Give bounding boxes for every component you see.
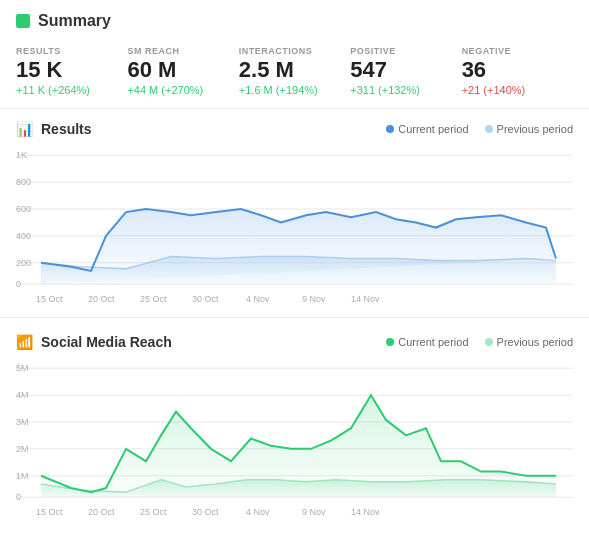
- svg-text:5M: 5M: [16, 363, 28, 373]
- svg-text:25 Oct: 25 Oct: [140, 294, 167, 304]
- section-divider: [0, 317, 589, 318]
- results-chart-legend: Current period Previous period: [386, 123, 573, 135]
- social-legend-current: Current period: [386, 336, 468, 348]
- svg-text:30 Oct: 30 Oct: [192, 294, 219, 304]
- social-chart-header: 📶 Social Media Reach Current period Prev…: [16, 334, 573, 350]
- results-chart-canvas: 1K 800 600 400 200 0: [16, 145, 573, 305]
- summary-icon: [16, 14, 30, 28]
- results-chart-icon: 📊: [16, 121, 33, 137]
- results-previous-label: Previous period: [497, 123, 573, 135]
- stat-value: 36: [462, 58, 573, 82]
- results-chart-title: Results: [41, 121, 92, 137]
- social-chart-icon: 📶: [16, 334, 33, 350]
- stat-item: RESULTS15 K+11 K (+264%): [16, 46, 127, 96]
- svg-text:0: 0: [16, 280, 21, 290]
- svg-marker-34: [41, 395, 556, 497]
- stat-change: +11 K (+264%): [16, 84, 127, 96]
- stat-change: +1.6 M (+194%): [239, 84, 350, 96]
- stat-change: +311 (+132%): [350, 84, 461, 96]
- stat-value: 547: [350, 58, 461, 82]
- stat-item: SM REACH60 M+44 M (+270%): [127, 46, 238, 96]
- svg-text:400: 400: [16, 231, 31, 241]
- stat-item: INTERACTIONS2.5 M+1.6 M (+194%): [239, 46, 350, 96]
- svg-text:15 Oct: 15 Oct: [36, 294, 63, 304]
- svg-text:25 Oct: 25 Oct: [140, 507, 167, 517]
- social-current-label: Current period: [398, 336, 468, 348]
- summary-header: Summary: [0, 0, 589, 38]
- svg-text:9 Nov: 9 Nov: [302, 294, 326, 304]
- stat-value: 2.5 M: [239, 58, 350, 82]
- svg-text:200: 200: [16, 258, 31, 268]
- social-previous-dot: [485, 338, 493, 346]
- svg-text:30 Oct: 30 Oct: [192, 507, 219, 517]
- stat-label: POSITIVE: [350, 46, 461, 56]
- svg-text:9 Nov: 9 Nov: [302, 507, 326, 517]
- stat-value: 60 M: [127, 58, 238, 82]
- results-title-group: 📊 Results: [16, 121, 92, 137]
- summary-title: Summary: [38, 12, 111, 30]
- results-legend-previous: Previous period: [485, 123, 573, 135]
- stat-item: POSITIVE547+311 (+132%): [350, 46, 461, 96]
- social-svg: 5M 4M 3M 2M 1M 0: [16, 358, 573, 518]
- results-previous-dot: [485, 125, 493, 133]
- svg-text:2M: 2M: [16, 444, 28, 454]
- stat-value: 15 K: [16, 58, 127, 82]
- results-legend-current: Current period: [386, 123, 468, 135]
- svg-text:4 Nov: 4 Nov: [246, 294, 270, 304]
- stat-label: INTERACTIONS: [239, 46, 350, 56]
- social-title-group: 📶 Social Media Reach: [16, 334, 172, 350]
- social-chart-legend: Current period Previous period: [386, 336, 573, 348]
- social-current-dot: [386, 338, 394, 346]
- results-chart-section: 📊 Results Current period Previous period…: [0, 109, 589, 313]
- social-previous-label: Previous period: [497, 336, 573, 348]
- stat-change: +21 (+140%): [462, 84, 573, 96]
- results-chart-header: 📊 Results Current period Previous period: [16, 121, 573, 137]
- results-current-label: Current period: [398, 123, 468, 135]
- svg-text:0: 0: [16, 493, 21, 503]
- stat-label: SM REACH: [127, 46, 238, 56]
- svg-text:800: 800: [16, 177, 31, 187]
- svg-text:4M: 4M: [16, 390, 28, 400]
- stat-change: +44 M (+270%): [127, 84, 238, 96]
- svg-text:20 Oct: 20 Oct: [88, 507, 115, 517]
- svg-text:4 Nov: 4 Nov: [246, 507, 270, 517]
- social-chart-title: Social Media Reach: [41, 334, 172, 350]
- svg-text:15 Oct: 15 Oct: [36, 507, 63, 517]
- results-svg: 1K 800 600 400 200 0: [16, 145, 573, 305]
- stat-label: NEGATIVE: [462, 46, 573, 56]
- social-chart-section: 📶 Social Media Reach Current period Prev…: [0, 322, 589, 526]
- stats-row: RESULTS15 K+11 K (+264%)SM REACH60 M+44 …: [0, 38, 589, 109]
- svg-text:1M: 1M: [16, 471, 28, 481]
- svg-text:14 Nov: 14 Nov: [351, 507, 380, 517]
- svg-text:20 Oct: 20 Oct: [88, 294, 115, 304]
- social-legend-previous: Previous period: [485, 336, 573, 348]
- svg-text:600: 600: [16, 204, 31, 214]
- svg-text:14 Nov: 14 Nov: [351, 294, 380, 304]
- social-chart-canvas: 5M 4M 3M 2M 1M 0: [16, 358, 573, 518]
- results-current-dot: [386, 125, 394, 133]
- svg-text:1K: 1K: [16, 150, 27, 160]
- stat-label: RESULTS: [16, 46, 127, 56]
- stat-item: NEGATIVE36+21 (+140%): [462, 46, 573, 96]
- svg-text:3M: 3M: [16, 417, 28, 427]
